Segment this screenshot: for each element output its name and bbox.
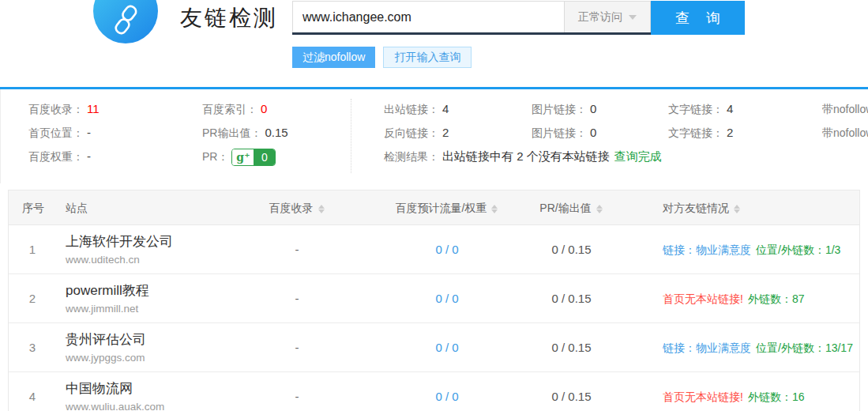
stat-label: 检测结果：: [384, 150, 439, 163]
row-index: 2: [13, 274, 52, 323]
stat-label: 首页位置：: [28, 126, 84, 139]
stat-label: 图片链接：: [532, 126, 587, 139]
open-input-query-button[interactable]: 打开输入查询: [383, 47, 472, 68]
url-input[interactable]: [292, 1, 564, 32]
summary-panel: 百度收录：11 首页位置：- 百度权重：- 百度索引：0 PR输出值：0.15 …: [0, 89, 868, 183]
nofollow-label: 带nofollow: [822, 97, 868, 121]
traffic-link[interactable]: 0 / 0: [368, 372, 526, 411]
col-header-status: 对方友链情况: [663, 190, 741, 225]
stat-group-baidu: 百度收录：11 首页位置：- 百度权重：-: [28, 97, 100, 168]
query-button[interactable]: 查 询: [651, 1, 745, 35]
baidu-index-cell: -: [246, 274, 348, 323]
chain-link-glyph: [109, 3, 142, 36]
stat-value: 0: [590, 126, 596, 139]
results-table: 序号 站点 百度收录 百度预计流量/权重 PR/输出值 对方友链情况 1 上海软…: [8, 190, 860, 411]
status-count-part: 位置/外链数：1/3: [756, 243, 840, 256]
status-cell: 首页无本站链接!外链数：16: [663, 372, 804, 411]
col-header-label: PR/输出值: [539, 202, 591, 214]
stat-value: 0: [261, 102, 267, 115]
stat-result-row: 检测结果：出站链接中有 2 个没有本站链接查询完成: [384, 145, 662, 168]
baidu-index-cell: -: [246, 372, 348, 411]
traffic-link[interactable]: 0 / 0: [368, 225, 526, 274]
pr-cell: 0 / 0.15: [506, 323, 637, 372]
chevron-down-icon: [629, 15, 637, 24]
stat-label: 文字链接：: [668, 103, 723, 115]
page-title: 友链检测: [180, 3, 278, 33]
table-row: 2 powermill教程 www.jimmill.net - 0 / 0 0 …: [9, 274, 859, 323]
site-domain: www.jimmill.net: [66, 303, 149, 315]
row-index: 1: [13, 225, 52, 274]
stat-value: -: [87, 126, 91, 139]
status-warning-part: 首页无本站链接!: [663, 390, 743, 403]
sort-icon[interactable]: [734, 202, 741, 213]
stat-pr-output: PR输出值：0.15: [202, 121, 288, 145]
stat-value: -: [87, 149, 91, 163]
status-count-part: 位置/外链数：13/17: [756, 341, 853, 354]
table-row: 3 贵州评估公司 www.jypggs.com - 0 / 0 0 / 0.15…: [9, 323, 859, 372]
result-text: 出站链接中有 2 个没有本站链接: [442, 149, 610, 163]
row-index: 3: [13, 323, 52, 372]
col-header-site: 站点: [66, 190, 88, 225]
stat-value: 2: [727, 126, 733, 139]
traffic-link[interactable]: 0 / 0: [368, 323, 526, 372]
col-header-label: 对方友链情况: [663, 202, 729, 214]
query-complete-link[interactable]: 查询完成: [614, 149, 662, 163]
site-cell: powermill教程 www.jimmill.net: [66, 281, 149, 315]
stat-value: 0.15: [265, 126, 287, 139]
stat-label: PR输出值：: [202, 126, 261, 139]
col-header-index: 序号: [22, 190, 44, 225]
filter-nofollow-button[interactable]: 过滤nofollow: [292, 47, 375, 68]
google-plus-icon: g⁺: [232, 149, 254, 165]
col-header-label: 百度预计流量/权重: [396, 202, 487, 214]
stat-label: 出站链接：: [384, 103, 439, 115]
stat-label: 百度收录：: [28, 103, 84, 115]
pr-cell: 0 / 0.15: [506, 372, 637, 411]
stat-text-links-back: 文字链接：2: [668, 121, 733, 145]
access-mode-select[interactable]: 正常访问: [564, 1, 651, 32]
friend-link-checker-page: 友链检测 正常访问 查 询 过滤nofollow 打开输入查询 百度收录：11 …: [0, 0, 868, 411]
traffic-link[interactable]: 0 / 0: [368, 274, 526, 323]
stat-baidu-shoulu: 百度收录：11: [28, 97, 100, 121]
site-name-link[interactable]: 中国物流网: [66, 379, 164, 398]
stat-group-image-links: 图片链接：0 图片链接：0: [532, 97, 596, 145]
sort-icon[interactable]: [491, 202, 498, 213]
status-link-part[interactable]: 链接：物业满意度: [663, 341, 751, 354]
stat-label: 百度索引：: [202, 103, 257, 115]
status-cell: 链接：物业满意度位置/外链数：1/3: [663, 225, 840, 274]
site-cell: 贵州评估公司 www.jypggs.com: [66, 330, 146, 364]
stat-group-pr: 百度索引：0 PR输出值：0.15 PR：g⁺0: [202, 97, 288, 168]
baidu-index-cell: -: [246, 225, 348, 274]
stat-baidu-index: 百度索引：0: [202, 97, 288, 121]
sort-icon[interactable]: [596, 202, 603, 213]
table-row: 4 中国物流网 www.wuliu.auak.com - 0 / 0 0 / 0…: [9, 372, 859, 411]
status-warning-part: 首页无本站链接!: [663, 292, 743, 305]
stat-group-links: 出站链接：4 反向链接：2 检测结果：出站链接中有 2 个没有本站链接查询完成: [384, 97, 662, 168]
col-header-baidu-shoulu: 百度收录: [246, 190, 348, 225]
pagerank-badge: g⁺0: [231, 149, 276, 166]
stat-group-text-links: 文字链接：4 文字链接：2: [668, 97, 733, 145]
site-name-link[interactable]: 贵州评估公司: [66, 330, 146, 349]
status-cell: 链接：物业满意度位置/外链数：13/17: [663, 323, 853, 372]
stat-text-links-out: 文字链接：4: [668, 97, 733, 121]
stat-label: 百度权重：: [28, 150, 84, 163]
stat-pr-badge-row: PR：g⁺0: [202, 145, 288, 168]
stat-value: 4: [727, 102, 733, 115]
site-name-link[interactable]: 上海软件开发公司: [66, 232, 173, 251]
stat-backlinks: 反向链接：2: [384, 121, 662, 145]
site-domain: www.uditech.cn: [66, 254, 173, 266]
stat-label: 文字链接：: [668, 126, 723, 139]
sort-icon[interactable]: [318, 202, 325, 213]
search-bar: 正常访问 查 询: [292, 1, 745, 35]
stat-baidu-weight: 百度权重：-: [28, 145, 100, 168]
pagerank-value: 0: [254, 149, 275, 165]
col-header-label: 百度收录: [269, 202, 314, 214]
col-header-pr: PR/输出值: [506, 190, 637, 225]
table-row: 1 上海软件开发公司 www.uditech.cn - 0 / 0 0 / 0.…: [9, 225, 859, 274]
col-header-traffic: 百度预计流量/权重: [368, 190, 526, 225]
stat-outbound-links: 出站链接：4: [384, 97, 662, 121]
status-link-part[interactable]: 链接：物业满意度: [663, 243, 751, 256]
stat-image-links-out: 图片链接：0: [532, 97, 596, 121]
site-name-link[interactable]: powermill教程: [66, 281, 149, 300]
table-header: 序号 站点 百度收录 百度预计流量/权重 PR/输出值 对方友链情况: [9, 190, 859, 225]
stat-value: 2: [442, 126, 449, 139]
